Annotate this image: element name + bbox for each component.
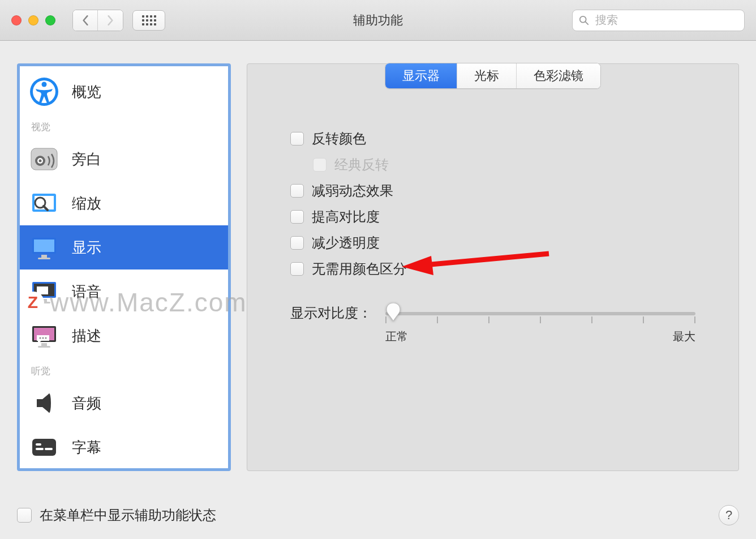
option-increase-contrast[interactable]: 提高对比度 <box>290 208 695 226</box>
svg-rect-29 <box>32 439 56 456</box>
svg-rect-26 <box>41 343 47 346</box>
contrast-slider[interactable]: 正常 最大 <box>385 306 695 344</box>
titlebar: 辅助功能 <box>0 0 756 41</box>
option-reduce-motion[interactable]: 减弱动态效果 <box>290 182 695 200</box>
svg-point-0 <box>580 16 586 22</box>
option-label: 减少透明度 <box>312 234 380 252</box>
slider-ticks <box>385 316 695 323</box>
category-sidebar[interactable]: 概览 视觉 旁白 缩放 显示 <box>17 63 231 471</box>
option-label: 经典反转 <box>334 156 389 174</box>
accessibility-icon <box>29 76 59 107</box>
option-differentiate-without-color[interactable]: 无需用颜色区分 <box>290 260 695 278</box>
option-reduce-transparency[interactable]: 减少透明度 <box>290 234 695 252</box>
sidebar-item-label: 字幕 <box>72 438 101 457</box>
chevron-right-icon <box>106 15 114 25</box>
voiceover-icon <box>29 144 59 174</box>
slider-end-labels: 正常 最大 <box>385 329 695 344</box>
display-options: 反转颜色 经典反转 减弱动态效果 提高对比度 减少透明度 <box>270 116 716 358</box>
content-area: 概览 视觉 旁白 缩放 显示 <box>0 41 756 505</box>
sidebar-item-label: 缩放 <box>72 194 101 213</box>
svg-point-4 <box>42 82 47 87</box>
checkbox[interactable] <box>290 132 304 146</box>
forward-button[interactable] <box>98 10 123 31</box>
svg-point-24 <box>42 337 44 339</box>
sidebar-item-audio[interactable]: 音频 <box>20 381 228 425</box>
captions-icon <box>29 432 59 463</box>
svg-rect-15 <box>41 255 47 258</box>
sidebar-item-label: 概览 <box>72 82 101 102</box>
sidebar-item-speech[interactable]: 语音 <box>20 270 228 314</box>
slider-min-label: 正常 <box>385 329 408 344</box>
checkbox[interactable] <box>290 236 304 250</box>
svg-point-23 <box>40 337 41 339</box>
svg-rect-16 <box>38 258 50 259</box>
window-controls <box>11 15 55 25</box>
svg-rect-19 <box>41 299 47 302</box>
option-label: 无需用颜色区分 <box>312 260 407 278</box>
window-title: 辅助功能 <box>353 12 403 29</box>
descriptions-icon <box>29 320 59 351</box>
svg-rect-30 <box>36 448 44 450</box>
show-all-button[interactable] <box>132 10 165 31</box>
slider-track <box>385 312 695 315</box>
sidebar-item-label: 语音 <box>72 282 101 302</box>
search-field-wrap <box>572 10 745 31</box>
option-label: 提高对比度 <box>312 208 380 226</box>
checkbox[interactable] <box>290 210 304 224</box>
sidebar-item-label: 描述 <box>72 326 101 346</box>
zoom-icon <box>29 188 59 219</box>
option-label: 减弱动态效果 <box>312 182 393 200</box>
chevron-left-icon <box>81 15 89 25</box>
help-button[interactable]: ? <box>719 505 739 525</box>
footer: 在菜单栏中显示辅助功能状态 ? <box>0 505 756 539</box>
svg-point-25 <box>45 337 47 339</box>
sidebar-item-overview[interactable]: 概览 <box>20 70 228 114</box>
checkbox <box>313 158 327 172</box>
option-label: 反转颜色 <box>312 130 366 148</box>
slider-knob[interactable] <box>385 303 401 319</box>
svg-rect-32 <box>36 443 41 446</box>
sidebar-item-descriptions[interactable]: 描述 <box>20 314 228 358</box>
tab-cursor[interactable]: 光标 <box>457 63 517 88</box>
menubar-status-label: 在菜单栏中显示辅助功能状态 <box>40 506 216 524</box>
sidebar-group-vision: 视觉 <box>20 114 228 137</box>
option-classic-invert: 经典反转 <box>313 156 695 174</box>
option-invert-colors[interactable]: 反转颜色 <box>290 130 695 148</box>
sidebar-group-hearing: 听觉 <box>20 358 228 381</box>
sidebar-item-voiceover[interactable]: 旁白 <box>20 137 228 181</box>
search-input[interactable] <box>572 10 745 31</box>
display-icon <box>29 232 59 263</box>
slider-max-label: 最大 <box>673 329 695 344</box>
search-icon <box>579 15 589 25</box>
svg-point-8 <box>39 160 42 162</box>
close-window-button[interactable] <box>11 15 22 25</box>
svg-rect-27 <box>38 346 50 348</box>
back-button[interactable] <box>73 10 98 31</box>
checkbox[interactable] <box>290 184 304 198</box>
tab-color-filters[interactable]: 色彩滤镜 <box>517 63 600 88</box>
checkbox[interactable] <box>290 262 304 276</box>
zoom-window-button[interactable] <box>45 15 55 25</box>
sidebar-item-label: 音频 <box>72 393 101 413</box>
svg-rect-14 <box>34 239 54 252</box>
svg-line-1 <box>586 22 589 24</box>
sidebar-item-zoom[interactable]: 缩放 <box>20 181 228 225</box>
svg-rect-20 <box>38 302 50 303</box>
minimize-window-button[interactable] <box>28 15 38 25</box>
grid-icon <box>142 15 156 25</box>
display-settings-panel: 显示器 光标 色彩滤镜 反转颜色 经典反转 减弱动态效果 <box>247 63 739 471</box>
contrast-slider-label: 显示对比度： <box>290 304 372 322</box>
sidebar-item-display[interactable]: 显示 <box>20 225 228 270</box>
sidebar-item-label: 旁白 <box>72 149 101 169</box>
svg-rect-31 <box>45 448 53 450</box>
nav-buttons <box>72 10 123 31</box>
contrast-slider-block: 显示对比度： 正常 最大 <box>290 306 695 344</box>
tab-display[interactable]: 显示器 <box>385 63 457 88</box>
display-tabs: 显示器 光标 色彩滤镜 <box>385 63 601 89</box>
sidebar-item-captions[interactable]: 字幕 <box>20 425 228 469</box>
sidebar-item-label: 显示 <box>72 238 101 258</box>
help-icon: ? <box>725 508 732 523</box>
speech-icon <box>29 276 59 307</box>
audio-icon <box>29 388 59 418</box>
menubar-status-checkbox[interactable] <box>17 508 32 523</box>
